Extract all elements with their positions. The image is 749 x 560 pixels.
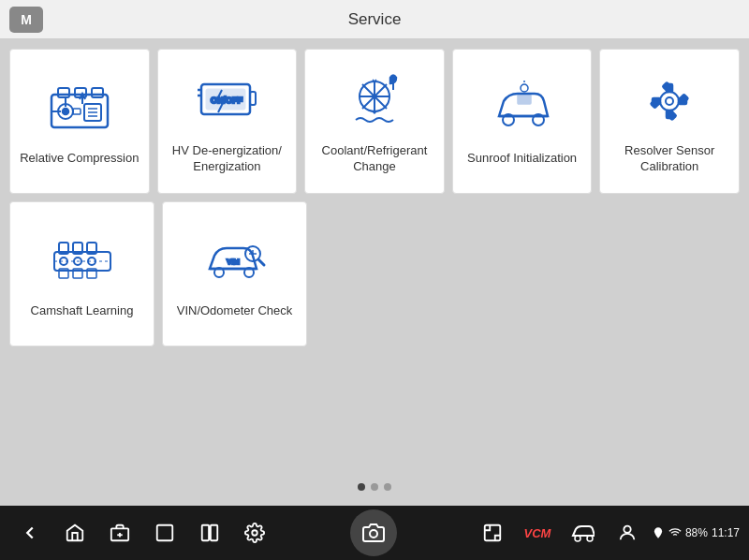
tile-row-1: Relative Compression ON/OFF HV De-ene bbox=[9, 49, 740, 194]
pagination bbox=[9, 478, 740, 496]
vin-icon: VIN bbox=[202, 228, 268, 294]
split-button[interactable] bbox=[189, 512, 230, 553]
main-content: Relative Compression ON/OFF HV De-ene bbox=[0, 39, 749, 506]
tile-label-sunroof: Sunroof Initialization bbox=[467, 151, 577, 167]
gear-icon bbox=[637, 68, 702, 134]
camshaft-icon bbox=[50, 228, 115, 294]
nav-group-right: VCM bbox=[472, 512, 740, 553]
sunroof-icon bbox=[490, 76, 555, 141]
svg-point-67 bbox=[252, 530, 257, 536]
svg-point-5 bbox=[63, 109, 68, 114]
svg-point-33 bbox=[666, 97, 673, 105]
svg-rect-66 bbox=[211, 525, 217, 541]
tile-label-hv: HV De-energization/ Energization bbox=[168, 143, 287, 175]
square-button[interactable] bbox=[144, 512, 185, 553]
camera-button[interactable] bbox=[350, 509, 397, 556]
gallery-button[interactable] bbox=[472, 512, 513, 553]
tile-relative-compression[interactable]: Relative Compression bbox=[9, 49, 150, 194]
svg-rect-3 bbox=[92, 88, 103, 97]
battery-status: 88% bbox=[685, 526, 708, 539]
settings-button[interactable] bbox=[234, 512, 275, 553]
svg-rect-15 bbox=[250, 92, 256, 105]
person-button[interactable] bbox=[607, 512, 648, 553]
svg-rect-65 bbox=[202, 525, 209, 541]
svg-text:ON/OFF: ON/OFF bbox=[211, 96, 242, 105]
battery-icon: ON/OFF bbox=[194, 68, 259, 134]
page-title: Service bbox=[348, 10, 402, 29]
tile-label-relative-compression: Relative Compression bbox=[20, 151, 139, 167]
tile-label-camshaft: Camshaft Learning bbox=[31, 303, 134, 319]
tile-coolant-refrigerant[interactable]: Coolant/Refrigerant Change bbox=[304, 49, 445, 194]
status-area: 88% 11:17 bbox=[652, 526, 740, 539]
car-button[interactable] bbox=[562, 512, 603, 553]
svg-rect-1 bbox=[58, 88, 69, 97]
back-button[interactable] bbox=[9, 512, 51, 553]
svg-point-32 bbox=[660, 92, 679, 111]
wifi-icon bbox=[668, 526, 682, 539]
pagination-dot-2 bbox=[371, 483, 378, 491]
tile-resolver-sensor[interactable]: Resolver Sensor Calibration bbox=[599, 49, 740, 194]
tile-sunroof-initialization[interactable]: Sunroof Initialization bbox=[452, 49, 593, 194]
vcm-label: VCM bbox=[523, 526, 551, 540]
time-display: 11:17 bbox=[712, 526, 740, 539]
tile-row-2: Camshaft Learning VIN bbox=[9, 201, 740, 346]
pagination-dot-3 bbox=[384, 483, 391, 491]
home-button[interactable] bbox=[54, 512, 95, 553]
vcm-button[interactable]: VCM bbox=[517, 512, 558, 553]
location-icon bbox=[652, 526, 665, 539]
tile-label-resolver: Resolver Sensor Calibration bbox=[609, 143, 729, 175]
tile-hv-de-energization[interactable]: ON/OFF HV De-energization/ Energization bbox=[157, 49, 298, 194]
svg-rect-6 bbox=[73, 109, 81, 114]
pagination-dot-1 bbox=[358, 483, 365, 491]
nav-group-left bbox=[9, 512, 275, 553]
tile-camshaft-learning[interactable]: Camshaft Learning bbox=[9, 201, 154, 346]
svg-text:VIN: VIN bbox=[227, 258, 240, 266]
svg-line-58 bbox=[258, 259, 264, 265]
coolant-icon bbox=[342, 68, 407, 134]
svg-rect-69 bbox=[485, 525, 501, 541]
svg-rect-64 bbox=[157, 525, 173, 541]
svg-rect-29 bbox=[518, 95, 531, 104]
top-bar: M Service bbox=[0, 0, 749, 39]
svg-point-73 bbox=[624, 526, 630, 533]
svg-point-68 bbox=[370, 530, 377, 538]
tile-label-coolant: Coolant/Refrigerant Change bbox=[315, 143, 434, 175]
bottom-bar: VCM bbox=[0, 506, 749, 560]
house2-button[interactable] bbox=[99, 512, 140, 553]
svg-point-30 bbox=[521, 84, 528, 92]
tile-vin-odometer[interactable]: VIN VIN/Odometer Check bbox=[162, 201, 307, 346]
engine-icon bbox=[47, 76, 112, 141]
tile-label-vin: VIN/Odometer Check bbox=[177, 303, 293, 319]
m-button[interactable]: M bbox=[9, 7, 43, 33]
